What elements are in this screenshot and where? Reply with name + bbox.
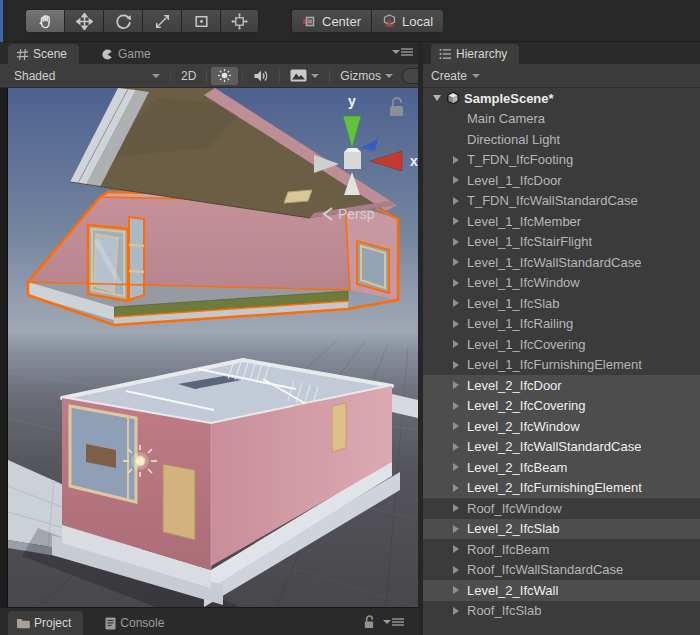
hierarchy-item-label: Level_2_IfcWall bbox=[467, 583, 558, 598]
scene-panel-menu-icon[interactable] bbox=[392, 47, 413, 57]
hierarchy-item[interactable]: Level_1_IfcDoor bbox=[423, 170, 700, 191]
level1-door[interactable] bbox=[163, 464, 195, 540]
hierarchy-item[interactable]: Main Camera bbox=[423, 109, 700, 130]
scene-search-input[interactable] bbox=[402, 68, 418, 84]
level1-tall-window[interactable] bbox=[332, 403, 346, 452]
space-mode-button[interactable]: Local bbox=[371, 9, 444, 33]
scene-3d-render[interactable]: y x Persp bbox=[8, 88, 418, 607]
foldout-collapsed-icon[interactable] bbox=[449, 422, 463, 430]
hierarchy-item[interactable]: Level_1_IfcRailing bbox=[423, 314, 700, 335]
gizmos-dropdown[interactable]: Gizmos bbox=[334, 67, 399, 85]
foldout-collapsed-icon[interactable] bbox=[449, 504, 463, 512]
hierarchy-item[interactable]: Level_2_IfcDoor bbox=[423, 375, 700, 396]
directional-light-gizmo[interactable] bbox=[123, 445, 157, 477]
foldout-collapsed-icon[interactable] bbox=[449, 463, 463, 471]
scene-viewport[interactable]: y x Persp bbox=[0, 88, 418, 607]
viewport-left-gutter bbox=[0, 88, 8, 607]
project-lock-icon[interactable] bbox=[363, 615, 375, 629]
draw-mode-dropdown[interactable]: Shaded bbox=[8, 67, 166, 85]
hierarchy-item[interactable]: Roof_IfcSlab bbox=[423, 601, 700, 622]
hierarchy-item[interactable]: Level_1_IfcMember bbox=[423, 211, 700, 232]
foldout-collapsed-icon[interactable] bbox=[449, 443, 463, 451]
gizmo-cube[interactable] bbox=[344, 152, 361, 169]
scene-effects-dropdown[interactable] bbox=[284, 67, 325, 85]
hierarchy-item[interactable]: Level_2_IfcSlab bbox=[423, 519, 700, 540]
foldout-collapsed-icon[interactable] bbox=[449, 361, 463, 369]
hand-tool-button[interactable] bbox=[25, 9, 64, 33]
rotate-tool-button[interactable] bbox=[103, 9, 142, 33]
hierarchy-item[interactable]: Level_2_IfcWall bbox=[423, 580, 700, 601]
foldout-collapsed-icon[interactable] bbox=[449, 566, 463, 574]
scene-audio-toggle[interactable] bbox=[247, 67, 275, 85]
foldout-collapsed-icon[interactable] bbox=[449, 484, 463, 492]
hand-icon bbox=[37, 13, 54, 30]
foldout-collapsed-icon[interactable] bbox=[449, 176, 463, 184]
hierarchy-item-label: Level_1_IfcSlab bbox=[467, 296, 560, 311]
foldout-expanded-icon[interactable] bbox=[430, 95, 444, 101]
space-mode-label: Local bbox=[402, 14, 433, 29]
hierarchy-item[interactable]: Level_1_IfcWallStandardCase bbox=[423, 252, 700, 273]
hierarchy-item-label: Level_1_IfcMember bbox=[467, 214, 581, 229]
pivot-mode-button[interactable]: Center bbox=[291, 9, 371, 33]
hierarchy-item[interactable]: Roof_IfcBeam bbox=[423, 539, 700, 560]
hierarchy-item[interactable]: T_FDN_IfcWallStandardCase bbox=[423, 191, 700, 212]
hierarchy-item[interactable]: Level_2_IfcCovering bbox=[423, 396, 700, 417]
foldout-collapsed-icon[interactable] bbox=[449, 607, 463, 615]
scene-grid-icon bbox=[16, 48, 29, 61]
hierarchy-item[interactable]: Level_2_IfcWallStandardCase bbox=[423, 437, 700, 458]
transform-tool-button[interactable] bbox=[220, 9, 259, 33]
scale-tool-button[interactable] bbox=[142, 9, 181, 33]
axis-x-label: x bbox=[410, 153, 418, 169]
hierarchy-item[interactable]: T_FDN_IfcFooting bbox=[423, 150, 700, 171]
tab-hierarchy[interactable]: Hierarchy bbox=[431, 44, 519, 64]
hierarchy-item-label: T_FDN_IfcWallStandardCase bbox=[467, 193, 638, 208]
hierarchy-item[interactable]: Level_1_IfcFurnishingElement bbox=[423, 355, 700, 376]
hierarchy-item[interactable]: Level_2_IfcWindow bbox=[423, 416, 700, 437]
hierarchy-item[interactable]: Level_1_IfcCovering bbox=[423, 334, 700, 355]
hierarchy-item[interactable]: Level_1_IfcSlab bbox=[423, 293, 700, 314]
create-dropdown[interactable]: Create bbox=[431, 69, 480, 83]
hierarchy-item[interactable]: Level_2_IfcFurnishingElement bbox=[423, 478, 700, 499]
foldout-collapsed-icon[interactable] bbox=[449, 586, 463, 594]
foldout-collapsed-icon[interactable] bbox=[449, 197, 463, 205]
hierarchy-item[interactable]: Directional Light bbox=[423, 129, 700, 150]
tab-console[interactable]: Console bbox=[97, 611, 176, 635]
hierarchy-item-label: Level_1_IfcWindow bbox=[467, 275, 580, 290]
foldout-collapsed-icon[interactable] bbox=[449, 525, 463, 533]
local-axis-icon bbox=[382, 14, 397, 29]
tab-project[interactable]: Project bbox=[8, 611, 83, 635]
hierarchy-item[interactable]: Roof_IfcWallStandardCase bbox=[423, 560, 700, 581]
tab-scene[interactable]: Scene bbox=[8, 44, 79, 64]
move-tool-button[interactable] bbox=[64, 9, 103, 33]
hierarchy-item[interactable]: Level_2_IfcBeam bbox=[423, 457, 700, 478]
toggle-2d-button[interactable]: 2D bbox=[175, 67, 202, 85]
hierarchy-item-label: Level_1_IfcDoor bbox=[467, 173, 562, 188]
foldout-collapsed-icon[interactable] bbox=[449, 402, 463, 410]
scene-lighting-toggle[interactable] bbox=[211, 67, 238, 85]
foldout-collapsed-icon[interactable] bbox=[449, 299, 463, 307]
main-toolbar: Center Local bbox=[0, 0, 700, 42]
project-panel-menu-icon[interactable] bbox=[383, 617, 404, 627]
foldout-collapsed-icon[interactable] bbox=[449, 381, 463, 389]
foldout-collapsed-icon[interactable] bbox=[449, 156, 463, 164]
hierarchy-item-label: SampleScene* bbox=[464, 91, 554, 106]
hierarchy-item-label: Directional Light bbox=[467, 132, 560, 147]
hierarchy-scene-row[interactable]: SampleScene* bbox=[423, 88, 700, 109]
hierarchy-item-label: Level_2_IfcFurnishingElement bbox=[467, 480, 642, 495]
foldout-collapsed-icon[interactable] bbox=[449, 238, 463, 246]
foldout-collapsed-icon[interactable] bbox=[449, 545, 463, 553]
hierarchy-item[interactable]: Level_1_IfcWindow bbox=[423, 273, 700, 294]
foldout-collapsed-icon[interactable] bbox=[449, 340, 463, 348]
foldout-collapsed-icon[interactable] bbox=[449, 320, 463, 328]
hierarchy-item[interactable]: Roof_IfcWindow bbox=[423, 498, 700, 519]
scene-panel: Scene Game Shaded 2D bbox=[0, 42, 418, 635]
hierarchy-item-label: Roof_IfcWallStandardCase bbox=[467, 562, 623, 577]
hierarchy-item-label: Level_1_IfcRailing bbox=[467, 316, 573, 331]
foldout-collapsed-icon[interactable] bbox=[449, 279, 463, 287]
hierarchy-item[interactable]: Level_1_IfcStairFlight bbox=[423, 232, 700, 253]
level2-window-column[interactable] bbox=[129, 217, 144, 300]
foldout-collapsed-icon[interactable] bbox=[449, 217, 463, 225]
tab-game[interactable]: Game bbox=[93, 44, 163, 64]
rect-tool-button[interactable] bbox=[181, 9, 220, 33]
foldout-collapsed-icon[interactable] bbox=[449, 258, 463, 266]
